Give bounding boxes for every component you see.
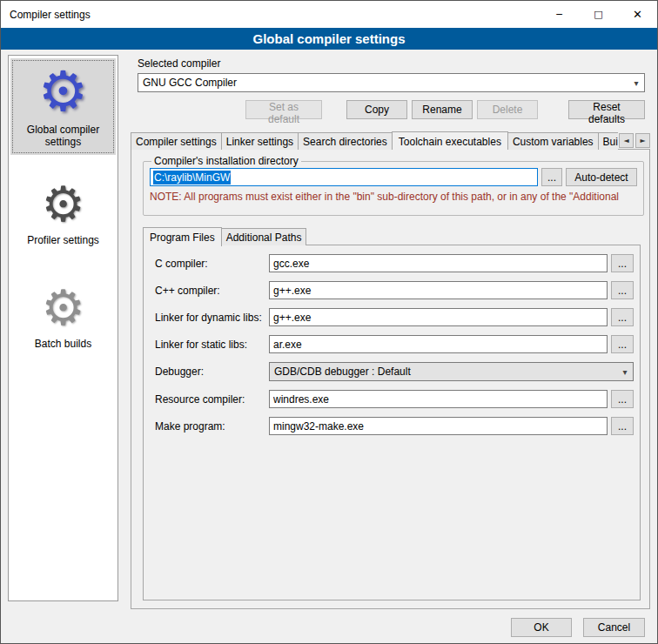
reset-defaults-button[interactable]: Reset defaults — [568, 100, 645, 119]
installation-directory-group: Compiler's installation directory C:\ray… — [143, 155, 644, 216]
sidebar-item-global-compiler-settings[interactable]: ⚙ Global compiler settings — [10, 58, 116, 155]
maximize-button[interactable]: □ — [579, 1, 618, 28]
sidebar-item-profiler-settings[interactable]: ⚙ Profiler settings — [10, 174, 116, 253]
gear-icon: ⚙ — [12, 63, 114, 120]
linker-static-label: Linker for static libs: — [155, 339, 265, 351]
cpp-compiler-browse-button[interactable]: ... — [611, 281, 634, 299]
resource-compiler-browse-button[interactable]: ... — [611, 390, 634, 408]
sidebar-item-label: Global compiler settings — [12, 124, 114, 148]
gear-icon: ⚙ — [12, 282, 114, 334]
auto-detect-button[interactable]: Auto-detect — [566, 168, 637, 186]
set-as-default-button[interactable]: Set as default — [245, 100, 322, 119]
make-program-label: Make program: — [155, 420, 265, 433]
selected-text: C:\raylib\MinGW — [153, 171, 231, 184]
delete-button[interactable]: Delete — [477, 100, 538, 119]
close-button[interactable]: ✕ — [618, 1, 657, 28]
toolchain-form: C compiler: ... C++ compiler: ... Linker… — [155, 254, 634, 435]
chevron-down-icon: ▾ — [617, 363, 633, 380]
dialog-header: Global compiler settings — [1, 28, 657, 50]
tab-compiler-settings[interactable]: Compiler settings — [131, 132, 222, 150]
rename-button[interactable]: Rename — [412, 100, 473, 119]
settings-tabs: Compiler settings Linker settings Search… — [131, 131, 618, 150]
gear-icon: ⚙ — [12, 178, 114, 231]
tab-scroll-right-button[interactable]: ► — [635, 133, 650, 148]
sidebar-item-batch-builds[interactable]: ⚙ Batch builds — [10, 278, 116, 357]
settings-category-list: ⚙ Global compiler settings ⚙ Profiler se… — [8, 55, 118, 601]
make-program-browse-button[interactable]: ... — [611, 417, 634, 435]
cancel-button[interactable]: Cancel — [583, 618, 645, 637]
c-compiler-browse-button[interactable]: ... — [611, 254, 634, 272]
minimize-button[interactable]: ─ — [540, 1, 579, 28]
main-content: Selected compiler GNU GCC Compiler ▾ Set… — [127, 55, 652, 601]
installation-directory-row: C:\raylib\MinGW ... Auto-detect — [150, 168, 637, 186]
tab-linker-settings[interactable]: Linker settings — [221, 132, 299, 150]
linker-dynamic-browse-button[interactable]: ... — [611, 308, 634, 326]
resource-compiler-label: Resource compiler: — [155, 393, 265, 406]
make-program-input[interactable] — [269, 417, 608, 435]
compiler-settings-window: Compiler settings ─ □ ✕ Global compiler … — [0, 0, 658, 644]
tab-scroll-buttons: ◄ ► — [619, 133, 650, 150]
compiler-action-buttons: Set as default Copy Rename Delete Reset … — [138, 100, 645, 119]
tab-custom-variables[interactable]: Custom variables — [507, 132, 599, 150]
cpp-compiler-input[interactable] — [269, 281, 608, 299]
linker-dynamic-label: Linker for dynamic libs: — [155, 312, 265, 324]
settings-tab-strip: Compiler settings Linker settings Search… — [131, 131, 650, 150]
ok-button[interactable]: OK — [511, 618, 572, 637]
tab-toolchain-executables[interactable]: Toolchain executables — [392, 131, 508, 150]
program-files-tab-strip: Program Files Additional Paths — [143, 227, 306, 245]
debugger-value: GDB/CDB debugger : Default — [274, 366, 411, 378]
resource-compiler-input[interactable] — [269, 390, 608, 408]
c-compiler-label: C compiler: — [155, 258, 265, 270]
c-compiler-input[interactable] — [269, 254, 608, 272]
linker-static-input[interactable] — [269, 335, 608, 353]
bin-subdirectory-note: NOTE: All programs must exist either in … — [150, 191, 637, 203]
subtab-program-files[interactable]: Program Files — [143, 227, 222, 246]
linker-static-browse-button[interactable]: ... — [611, 335, 634, 353]
window-controls: ─ □ ✕ — [540, 1, 657, 28]
browse-directory-button[interactable]: ... — [541, 168, 562, 186]
titlebar: Compiler settings ─ □ ✕ — [1, 1, 657, 28]
debugger-dropdown[interactable]: GDB/CDB debugger : Default ▾ — [269, 362, 634, 381]
chevron-down-icon: ▾ — [628, 74, 644, 91]
program-files-panel: C compiler: ... C++ compiler: ... Linker… — [143, 245, 641, 600]
copy-button[interactable]: Copy — [346, 100, 407, 119]
tab-build-options[interactable]: Build options — [598, 132, 618, 150]
selected-compiler-dropdown[interactable]: GNU GCC Compiler ▾ — [138, 73, 645, 92]
tab-scroll-left-button[interactable]: ◄ — [619, 133, 634, 148]
sidebar-item-label: Batch builds — [12, 338, 114, 350]
sidebar-item-label: Profiler settings — [12, 234, 114, 246]
debugger-label: Debugger: — [155, 366, 265, 378]
cpp-compiler-label: C++ compiler: — [155, 285, 265, 297]
installation-directory-input[interactable]: C:\raylib\MinGW — [150, 168, 538, 186]
selected-compiler-value: GNU GCC Compiler — [143, 77, 237, 89]
toolchain-executables-panel: Compiler's installation directory C:\ray… — [131, 149, 650, 609]
selected-compiler-label: Selected compiler — [138, 57, 220, 70]
window-title: Compiler settings — [10, 9, 91, 21]
installation-directory-group-title: Compiler's installation directory — [151, 155, 301, 167]
tab-search-directories[interactable]: Search directories — [298, 132, 393, 150]
linker-dynamic-input[interactable] — [269, 308, 608, 326]
subtab-additional-paths[interactable]: Additional Paths — [221, 228, 307, 245]
